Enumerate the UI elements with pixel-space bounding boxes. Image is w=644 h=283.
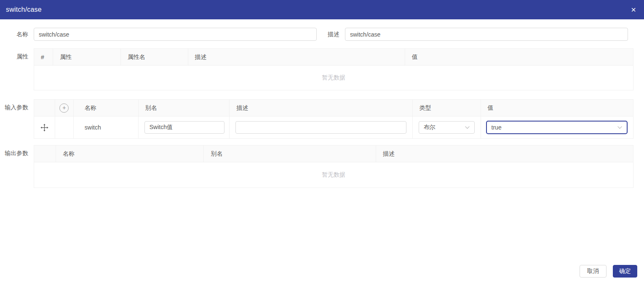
modal-body: 名称 描述 属性 # 属性 属性名 描述 值 暂无数据 输入参数 + [0, 19, 644, 188]
modal-footer: 取消 确定 [580, 265, 637, 278]
cancel-button[interactable]: 取消 [580, 265, 607, 278]
row-desc-input[interactable] [235, 121, 406, 134]
type-select[interactable]: 布尔 [419, 121, 475, 134]
col-header-description: 描述 [230, 100, 412, 116]
col-header-name: 名称 [74, 100, 139, 116]
col-header-name: 名称 [56, 145, 204, 162]
chevron-down-icon [617, 126, 622, 129]
input-params-table: + 名称 别名 描述 类型 值 [34, 99, 633, 139]
output-params-section: 输出参数 名称 别名 描述 暂无数据 [0, 145, 644, 188]
modal-title: switch/case [6, 6, 42, 13]
attributes-section: 属性 # 属性 属性名 描述 值 暂无数据 [0, 48, 644, 90]
col-header-blank [34, 145, 56, 162]
name-desc-row: 名称 描述 [0, 28, 644, 41]
value-select[interactable]: true [486, 121, 628, 134]
output-params-table: 名称 别名 描述 暂无数据 [34, 145, 633, 188]
col-header-description: 描述 [188, 49, 405, 65]
modal-header: switch/case × [0, 0, 644, 19]
cell-add [55, 116, 74, 138]
name-label: 名称 [0, 31, 34, 38]
type-select-value: 布尔 [424, 124, 465, 131]
col-header-type: 类型 [413, 100, 481, 116]
desc-label: 描述 [317, 31, 345, 38]
chevron-down-icon [465, 126, 470, 129]
input-params-section: 输入参数 + 名称 别名 描述 类型 值 [0, 99, 644, 139]
attributes-label: 属性 [0, 48, 34, 65]
cell-type: 布尔 [413, 116, 481, 138]
drag-handle-icon[interactable] [40, 124, 48, 132]
add-row-button[interactable]: + [59, 103, 69, 113]
attributes-table: # 属性 属性名 描述 值 暂无数据 [34, 48, 633, 90]
col-header-attribute-name: 属性名 [121, 49, 188, 65]
name-input[interactable] [34, 28, 317, 41]
output-params-label: 输出参数 [0, 145, 34, 162]
col-header-value: 值 [405, 49, 633, 65]
cell-name: switch [74, 116, 139, 138]
cell-description [230, 116, 412, 138]
desc-input[interactable] [345, 28, 628, 41]
table-row: switch 布尔 true [34, 116, 633, 138]
col-header-attribute: 属性 [53, 49, 121, 65]
col-header-alias: 别名 [204, 145, 376, 162]
cell-alias [139, 116, 230, 138]
output-params-empty-text: 暂无数据 [34, 162, 633, 188]
col-header-index: # [34, 49, 53, 65]
close-icon[interactable]: × [629, 5, 638, 14]
attributes-table-header: # 属性 属性名 描述 值 [34, 49, 633, 66]
attributes-empty-text: 暂无数据 [34, 66, 633, 90]
cell-value: true [481, 116, 633, 138]
col-header-add: + [55, 100, 74, 116]
col-header-drag [34, 100, 55, 116]
ok-button[interactable]: 确定 [613, 265, 637, 278]
col-header-alias: 别名 [139, 100, 230, 116]
output-params-table-header: 名称 别名 描述 [34, 145, 633, 162]
alias-input[interactable] [144, 121, 224, 134]
cell-drag [34, 116, 55, 138]
value-select-value: true [492, 124, 617, 131]
plus-icon: + [62, 105, 66, 111]
input-params-table-header: + 名称 别名 描述 类型 值 [34, 100, 633, 116]
input-params-label: 输入参数 [0, 99, 34, 116]
col-header-description: 描述 [376, 145, 633, 162]
col-header-value: 值 [481, 100, 633, 116]
